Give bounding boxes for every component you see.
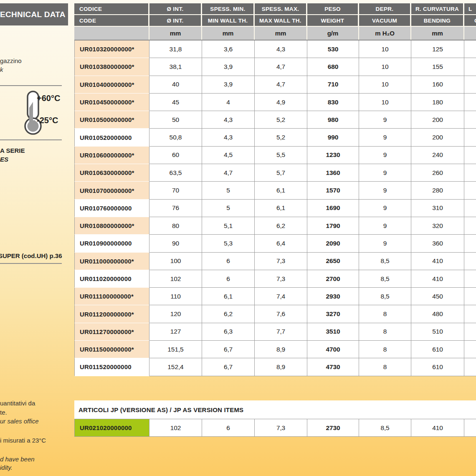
column-unit: mm: [411, 27, 464, 40]
value-cell: 610: [411, 358, 464, 376]
column-header-it: Ø INT.: [149, 3, 202, 14]
empty-cell: [464, 200, 476, 217]
value-cell: 200: [411, 111, 464, 129]
storage-note-en: k: [0, 66, 3, 73]
value-cell: 4,9: [255, 94, 307, 111]
value-cell: 1360: [307, 164, 359, 182]
value-cell: 360: [411, 235, 464, 252]
value-cell: 5,2: [255, 111, 307, 129]
empty-cell: [464, 419, 476, 437]
value-cell: 10: [359, 76, 411, 94]
table-row: UR011000000000*10067,326508,5410: [74, 253, 476, 270]
empty-cell: [464, 111, 476, 129]
value-cell: 320: [411, 217, 464, 235]
technical-data-label: TECHNICAL DATA: [0, 10, 66, 19]
value-cell: 2650: [307, 253, 359, 270]
value-cell: 5,1: [202, 217, 255, 235]
table-header-row-en: CODEØ INT.MIN WALL TH.MAX WALL TH.WEIGHT…: [74, 15, 476, 26]
value-cell: 7,6: [255, 305, 307, 323]
series-note-en: ES: [0, 156, 8, 163]
table-row: UR011200000000*1206,27,632708480: [74, 305, 476, 323]
value-cell: 980: [307, 111, 359, 129]
table-row: UR010320000000*31,83,64,353010125: [74, 41, 476, 58]
code-cell: UR010400000000*: [74, 76, 149, 94]
value-cell: 7,3: [255, 270, 307, 288]
code-cell: UR011000000000*: [74, 253, 149, 270]
column-unit: g/m: [307, 27, 359, 40]
value-cell: 6,1: [255, 200, 307, 217]
value-cell: 102: [149, 270, 202, 288]
value-cell: 9: [359, 217, 411, 235]
technical-data-table: CODICEØ INT.SPESS. MIN.SPESS. MAX.PESODE…: [74, 3, 476, 376]
footnote-en-2: d have been: [0, 456, 35, 463]
jp-table-title: ARTICOLI JP (VERSIONE AS) / JP AS VERSIO…: [78, 406, 243, 413]
empty-cell: [464, 323, 476, 341]
table-row: UR010800000000*805,16,217909320: [74, 217, 476, 235]
value-cell: 8,5: [359, 253, 411, 270]
table-units-row: mmmmmmg/mm H₂Omm: [74, 27, 476, 41]
value-cell: 3,9: [202, 58, 255, 76]
column-header-it: L: [464, 3, 476, 14]
value-cell: 9: [359, 164, 411, 182]
empty-cell: [464, 94, 476, 111]
table-row: UR010400000000*403,94,771010160: [74, 76, 476, 94]
column-unit: m H₂O: [359, 27, 411, 40]
value-cell: 510: [411, 323, 464, 341]
temp-min-label: -25°C: [37, 116, 58, 125]
code-cell: UR010900000000: [74, 235, 149, 252]
value-cell: 830: [307, 94, 359, 111]
value-cell: 710: [307, 76, 359, 94]
value-cell: 10: [359, 41, 411, 58]
value-cell: 990: [307, 129, 359, 146]
value-cell: 6,3: [202, 323, 255, 341]
value-cell: 45: [149, 94, 202, 111]
value-cell: 120: [149, 305, 202, 323]
footnote-en-1: ur sales office: [0, 418, 39, 425]
value-cell: 410: [411, 419, 464, 437]
value-cell: 8,5: [359, 270, 411, 288]
value-cell: 9: [359, 111, 411, 129]
value-cell: 6,7: [202, 341, 255, 358]
empty-cell: [464, 147, 476, 164]
value-cell: 155: [411, 58, 464, 76]
column-unit: mm: [149, 27, 202, 40]
value-cell: 6,2: [202, 305, 255, 323]
temp-max-label: +60°C: [37, 94, 60, 103]
value-cell: 60: [149, 147, 202, 164]
column-header-it: DEPR.: [359, 3, 411, 14]
empty-cell: [464, 76, 476, 94]
divider: [0, 139, 62, 140]
empty-cell: [464, 58, 476, 76]
value-cell: 63,5: [149, 164, 202, 182]
code-cell: UR010500000000*: [74, 111, 149, 129]
value-cell: 152,4: [149, 358, 202, 376]
code-cell: UR011270000000*: [74, 323, 149, 341]
value-cell: 127: [149, 323, 202, 341]
table-row: UR011100000000*1106,17,429308,5450: [74, 288, 476, 305]
value-cell: 4,5: [202, 147, 255, 164]
value-cell: 480: [411, 305, 464, 323]
column-header-en: VACUUM: [359, 15, 411, 26]
value-cell: 8: [359, 305, 411, 323]
value-cell: 50,8: [149, 129, 202, 146]
table-row: UR011500000000*151,56,78,947008610: [74, 341, 476, 358]
column-header-en: WEIGHT: [307, 15, 359, 26]
value-cell: 6: [202, 253, 255, 270]
column-header-en: MAX WALL TH.: [255, 15, 307, 26]
value-cell: 2090: [307, 235, 359, 252]
value-cell: 7,3: [255, 419, 307, 437]
value-cell: 76: [149, 200, 202, 217]
jp-table-title-band: ARTICOLI JP (VERSIONE AS) / JP AS VERSIO…: [74, 400, 476, 419]
code-cell: UR010450000000*: [74, 94, 149, 111]
value-cell: 160: [411, 76, 464, 94]
footnote-it-2: te.: [0, 409, 7, 416]
code-cell: UR011020000000: [74, 270, 149, 288]
value-cell: 38,1: [149, 58, 202, 76]
value-cell: 8,5: [359, 419, 411, 437]
value-cell: 4,3: [255, 41, 307, 58]
jp-table-body: UR02102000000010267,327308,5410: [74, 419, 476, 437]
value-cell: 4,7: [255, 58, 307, 76]
table-row: UR01052000000050,84,35,29909200: [74, 129, 476, 146]
super-reference: SUPER (cod.UH) p.36: [0, 252, 62, 259]
jp-version-table: ARTICOLI JP (VERSIONE AS) / JP AS VERSIO…: [74, 400, 476, 437]
